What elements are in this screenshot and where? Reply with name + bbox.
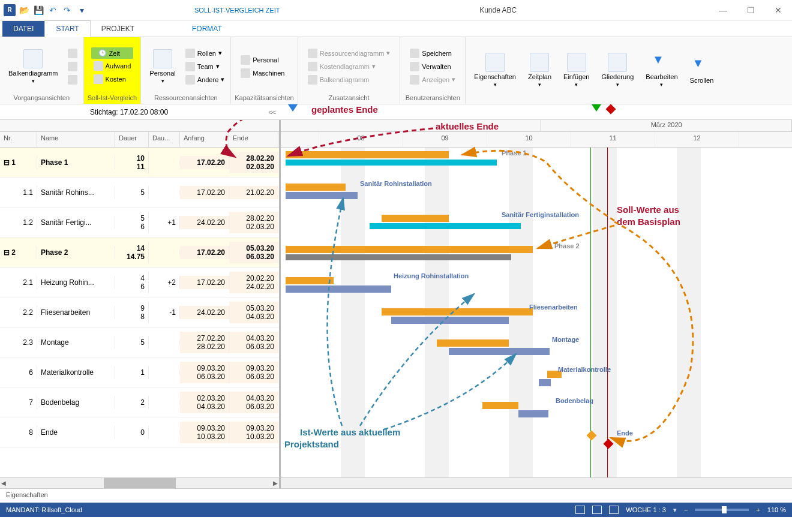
bar-sanfert-plan[interactable] xyxy=(382,215,449,222)
tab-start[interactable]: START xyxy=(44,20,90,37)
sb-view3-icon[interactable] xyxy=(609,506,619,514)
maximize-button[interactable]: ☐ xyxy=(737,1,764,19)
einfuegen-button[interactable]: Einfügen▾ xyxy=(559,40,594,100)
bearbeiten-button[interactable]: ▼Bearbeiten▾ xyxy=(641,40,682,100)
woche-label: WOCHE 1 : 3 xyxy=(626,506,666,513)
tab-format[interactable]: FORMAT xyxy=(181,21,233,37)
close-button[interactable]: ✕ xyxy=(764,1,792,19)
app-icon[interactable]: R xyxy=(4,4,16,16)
group-ressourcen-label: Ressourcenansichten xyxy=(145,93,227,104)
personal-button[interactable]: Personal▾ xyxy=(145,40,180,93)
bar-heiz-plan[interactable] xyxy=(286,277,334,284)
table-row[interactable]: 1.1Sanitär Rohins...517.02.2021.02.20 xyxy=(0,178,279,208)
table-row[interactable]: 2.2Fliesenarbeiten98-124.02.2005.03.2004… xyxy=(0,297,279,327)
bar-boden-act[interactable] xyxy=(518,410,548,417)
balkdiag-button[interactable]: Balkendiagramm xyxy=(305,74,393,86)
th-ende[interactable]: Ende xyxy=(229,132,278,147)
th-anfang[interactable]: Anfang xyxy=(180,132,229,147)
ressdiag-button[interactable]: Ressourcendiagramm ▾ xyxy=(305,47,393,59)
table-row[interactable]: 7Bodenbelag202.03.2004.03.2004.03.2006.0… xyxy=(0,387,279,417)
save-icon[interactable]: 💾 xyxy=(32,4,44,16)
bar-boden-plan[interactable] xyxy=(482,402,518,409)
group-benutzer-label: Benutzeransichten xyxy=(404,93,461,104)
label-sanfert: Sanitär Fertiginstallation xyxy=(502,211,579,218)
kap-personal-button[interactable]: Personal xyxy=(238,54,287,66)
bar-heiz-act[interactable] xyxy=(286,285,391,293)
kap-maschinen-button[interactable]: Maschinen xyxy=(238,67,287,79)
balkendiagramm-button[interactable]: Balkendiagramm▾ xyxy=(4,40,63,93)
zoom-label: 110 % xyxy=(767,506,786,513)
stichtag-row: Stichtag: 17.02.20 08:00 << xyxy=(0,104,792,120)
label-matl: Materialkontrolle xyxy=(558,366,611,373)
properties-panel-label[interactable]: Eigenschaften xyxy=(0,488,792,503)
kosten-button[interactable]: Kosten xyxy=(91,73,134,85)
bar-montage-act[interactable] xyxy=(449,348,550,355)
gantt-chart[interactable]: März 2020 0809101112 Phase 1 Sanitär Roh… xyxy=(281,120,792,477)
bar-phase2-plan[interactable] xyxy=(286,246,533,253)
hscroll[interactable]: ◀ ▶ xyxy=(0,477,792,488)
th-name[interactable]: Name xyxy=(37,132,115,147)
bar-phase1-plan[interactable] xyxy=(286,151,449,158)
bar-fliesen-plan[interactable] xyxy=(382,308,533,315)
table-row[interactable]: 2.1Heizung Rohin...46+217.02.2020.02.202… xyxy=(0,267,279,297)
bar-phase1-act[interactable] xyxy=(286,160,497,166)
gliederung-button[interactable]: Gliederung▾ xyxy=(597,40,639,100)
bar-matl-act[interactable] xyxy=(539,379,551,386)
view-sm1[interactable] xyxy=(65,47,80,59)
view-sm2[interactable] xyxy=(65,61,80,73)
task-table: Nr. Name Dauer Dau... Anfang Ende ⊟ 1Pha… xyxy=(0,120,281,477)
qat-more-icon[interactable]: ▾ xyxy=(76,4,88,16)
stichtag-prev[interactable]: << xyxy=(268,109,276,116)
undo-icon[interactable]: ↶ xyxy=(47,4,59,16)
stichtag-label: Stichtag: 17.02.20 08:00 xyxy=(90,108,168,116)
ribbon-tabs: DATEI START PROJEKT FORMAT xyxy=(0,20,792,37)
zoom-slider[interactable] xyxy=(695,509,749,511)
zeit-button[interactable]: 🕒 Zeit xyxy=(91,47,134,59)
kostdiag-button[interactable]: Kostendiagramm ▾ xyxy=(305,61,393,73)
clock-icon: 🕒 xyxy=(98,49,107,57)
bar-montage-plan[interactable] xyxy=(437,339,509,347)
minimize-button[interactable]: — xyxy=(709,1,737,19)
team-button[interactable]: Team ▾ xyxy=(183,61,227,73)
anzeigen-button[interactable]: Anzeigen ▾ xyxy=(407,74,458,86)
view-sm3[interactable] xyxy=(65,74,80,86)
zoom-in[interactable]: + xyxy=(756,506,760,513)
status-bar: MANDANT: Rillsoft_Cloud WOCHE 1 : 3 ▾ − … xyxy=(0,503,792,517)
label-boden: Bodenbelag xyxy=(556,397,593,404)
sb-view2-icon[interactable] xyxy=(592,506,602,514)
rollen-button[interactable]: Rollen ▾ xyxy=(183,47,227,59)
table-row[interactable]: ⊟ 1Phase 1101117.02.2028.02.2002.03.20 xyxy=(0,148,279,178)
eigenschaften-button[interactable]: Eigenschaften▾ xyxy=(469,40,521,100)
redo-icon[interactable]: ↷ xyxy=(61,4,73,16)
aufwand-button[interactable]: Aufwand xyxy=(91,60,134,72)
th-dauer[interactable]: Dauer xyxy=(115,132,149,147)
speichern-button[interactable]: Speichern xyxy=(407,47,458,59)
bar-sanfert-act[interactable] xyxy=(370,223,521,229)
scrollen-button[interactable]: ▼Scrollen xyxy=(685,40,719,100)
tab-datei[interactable]: DATEI xyxy=(2,21,44,37)
label-phase2: Phase 2 xyxy=(554,242,580,250)
th-dauer2[interactable]: Dau... xyxy=(149,132,180,147)
sb-view1-icon[interactable] xyxy=(575,506,585,514)
verwalten-button[interactable]: Verwalten xyxy=(407,61,458,73)
table-row[interactable]: 2.3Montage527.02.2028.02.2004.03.2006.03… xyxy=(0,327,279,357)
bar-sanroh-act[interactable] xyxy=(286,192,358,199)
table-row[interactable]: 8Ende009.03.2010.03.2009.03.2010.03.20 xyxy=(0,417,279,447)
table-row[interactable]: ⊟ 2Phase 21414.7517.02.2005.03.2006.03.2… xyxy=(0,238,279,267)
bar-phase2-act[interactable] xyxy=(286,254,511,260)
table-row[interactable]: 6Materialkontrolle109.03.2006.03.2009.03… xyxy=(0,357,279,387)
coins-icon xyxy=(94,74,103,84)
open-icon[interactable]: 📂 xyxy=(18,4,30,16)
andere-button[interactable]: Andere ▾ xyxy=(183,74,227,86)
bar-sanroh-plan[interactable] xyxy=(286,184,346,191)
group-zusatz-label: Zusatzansicht xyxy=(302,93,397,104)
label-fliesen: Fliesenarbeiten xyxy=(529,303,578,311)
table-row[interactable]: 1.2Sanitär Fertigi...56+124.02.2028.02.2… xyxy=(0,208,279,238)
zeitplan-button[interactable]: Zeitplan▾ xyxy=(523,40,556,100)
tab-projekt[interactable]: PROJEKT xyxy=(91,21,145,37)
label-ende: Ende xyxy=(617,429,633,437)
window-title: Kunde ABC xyxy=(287,6,709,14)
zoom-out[interactable]: − xyxy=(684,506,688,513)
bar-fliesen-act[interactable] xyxy=(391,317,509,324)
th-nr[interactable]: Nr. xyxy=(0,132,37,147)
